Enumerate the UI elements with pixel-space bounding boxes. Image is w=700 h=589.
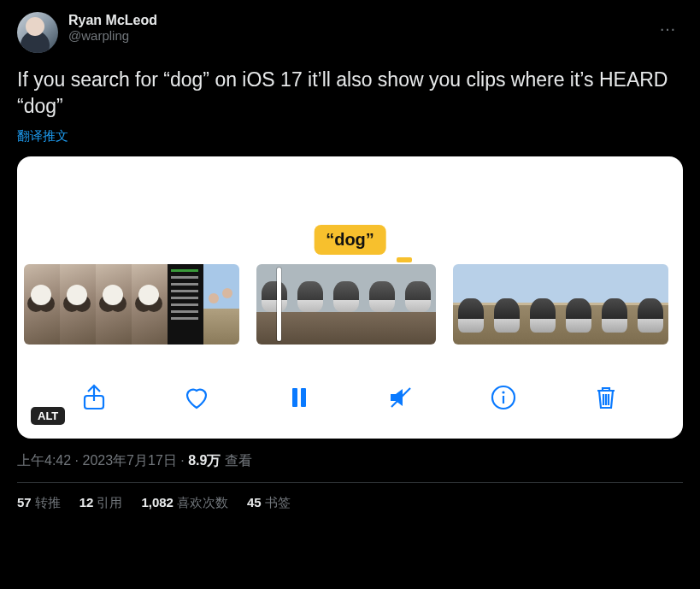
- date-text[interactable]: 2023年7月17日: [82, 453, 176, 468]
- heart-icon[interactable]: [179, 380, 214, 415]
- bookmarks-stat[interactable]: 45书签: [247, 495, 291, 511]
- clip-3[interactable]: [453, 264, 668, 345]
- frame: [400, 264, 436, 345]
- quotes-stat[interactable]: 12引用: [79, 495, 123, 511]
- stats-row: 57转推 12引用 1,082喜欢次数 45书签: [17, 483, 683, 523]
- frame: [60, 264, 96, 345]
- svg-rect-2: [301, 388, 306, 407]
- frame: [256, 264, 292, 345]
- frame: [96, 264, 132, 345]
- frame: [168, 264, 203, 345]
- views-label: 查看: [221, 453, 251, 468]
- tweet-container: Ryan McLeod @warpling … If you search fo…: [0, 0, 700, 523]
- search-tooltip: “dog”: [314, 225, 386, 255]
- frame: [632, 264, 668, 345]
- pause-icon[interactable]: [282, 380, 316, 415]
- views-count: 8.9万: [188, 453, 221, 468]
- svg-rect-1: [292, 388, 297, 407]
- user-handle: @warpling: [68, 28, 157, 44]
- time-text[interactable]: 上午4:42: [17, 453, 71, 468]
- retweets-stat[interactable]: 57转推: [17, 495, 61, 511]
- frame: [525, 264, 561, 345]
- tweet-meta: 上午4:42 · 2023年7月17日 · 8.9万 查看: [17, 452, 683, 470]
- playhead-marker: [397, 257, 412, 262]
- clip-1[interactable]: [24, 264, 239, 345]
- mute-icon[interactable]: [384, 380, 418, 415]
- translate-link[interactable]: 翻译推文: [17, 128, 68, 144]
- frame: [203, 264, 239, 345]
- avatar[interactable]: [17, 12, 58, 53]
- share-icon[interactable]: [77, 380, 111, 415]
- likes-stat[interactable]: 1,082喜欢次数: [141, 495, 228, 511]
- clip-2-active[interactable]: [256, 264, 436, 345]
- frame: [328, 264, 364, 345]
- frame: [489, 264, 525, 345]
- video-timeline[interactable]: [17, 264, 683, 345]
- trash-icon[interactable]: [589, 380, 623, 415]
- frame: [24, 264, 60, 345]
- frame: [597, 264, 632, 345]
- author-names[interactable]: Ryan McLeod @warpling: [68, 12, 157, 44]
- display-name: Ryan McLeod: [68, 12, 157, 28]
- media-card[interactable]: “dog”: [17, 156, 683, 439]
- frame: [561, 264, 597, 345]
- alt-badge[interactable]: ALT: [31, 407, 65, 425]
- media-toolbar: [17, 380, 683, 415]
- info-icon[interactable]: [486, 380, 521, 415]
- frame: [292, 264, 328, 345]
- frame: [132, 264, 168, 345]
- tweet-header: Ryan McLeod @warpling …: [17, 12, 683, 53]
- more-icon[interactable]: …: [654, 12, 683, 38]
- frame: [364, 264, 400, 345]
- frame: [453, 264, 489, 345]
- svg-point-5: [503, 391, 505, 393]
- tweet-text: If you search for “dog” on iOS 17 it’ll …: [17, 67, 683, 120]
